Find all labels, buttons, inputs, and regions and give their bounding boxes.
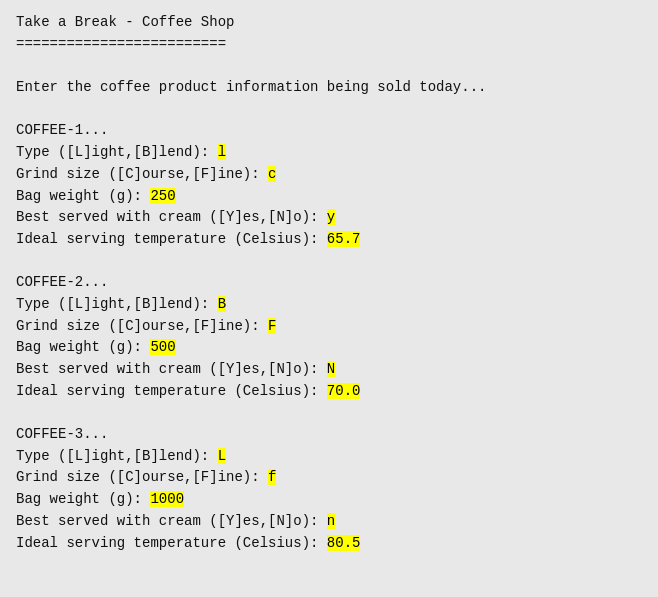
coffee-3-line-4: Best served with cream ([Y]es,[N]o): n: [16, 511, 642, 533]
coffee-2-prompt-1: Type ([L]ight,[B]lend):: [16, 296, 218, 312]
coffee-1-line-4: Best served with cream ([Y]es,[N]o): y: [16, 207, 642, 229]
coffee-2-line-1: Type ([L]ight,[B]lend): B: [16, 294, 642, 316]
coffee-2-line-4: Best served with cream ([Y]es,[N]o): N: [16, 359, 642, 381]
coffee-3-prompt-4: Best served with cream ([Y]es,[N]o):: [16, 513, 327, 529]
blank-after-coffee-1: [16, 251, 642, 273]
blank-line-1: [16, 55, 642, 77]
coffee-3-line-3: Bag weight (g): 1000: [16, 489, 642, 511]
coffee-2-prompt-3: Bag weight (g):: [16, 339, 150, 355]
separator-line: =========================: [16, 34, 642, 56]
coffee-1-prompt-5: Ideal serving temperature (Celsius):: [16, 231, 327, 247]
coffee-1-value-1: l: [218, 144, 226, 160]
coffee-1-value-5: 65.7: [327, 231, 361, 247]
coffee-2-prompt-4: Best served with cream ([Y]es,[N]o):: [16, 361, 327, 377]
coffee-3-line-0: COFFEE-3...: [16, 424, 642, 446]
coffee-3-value-2: f: [268, 469, 276, 485]
blank-after-coffee-2: [16, 402, 642, 424]
coffee-1-line-5: Ideal serving temperature (Celsius): 65.…: [16, 229, 642, 251]
coffee-3-prompt-5: Ideal serving temperature (Celsius):: [16, 535, 327, 551]
coffee-2-line-3: Bag weight (g): 500: [16, 337, 642, 359]
coffee-block-1: COFFEE-1...Type ([L]ight,[B]lend): lGrin…: [16, 120, 642, 272]
coffee-1-prompt-1: Type ([L]ight,[B]lend):: [16, 144, 218, 160]
coffee-1-value-4: y: [327, 209, 335, 225]
coffee-3-line-2: Grind size ([C]ourse,[F]ine): f: [16, 467, 642, 489]
coffee-3-prompt-2: Grind size ([C]ourse,[F]ine):: [16, 469, 268, 485]
coffee-1-line-3: Bag weight (g): 250: [16, 186, 642, 208]
blank-line-2: [16, 99, 642, 121]
coffees-container: COFFEE-1...Type ([L]ight,[B]lend): lGrin…: [16, 120, 642, 575]
coffee-3-value-1: L: [218, 448, 226, 464]
coffee-1-line-2: Grind size ([C]ourse,[F]ine): c: [16, 164, 642, 186]
coffee-1-value-3: 250: [150, 188, 175, 204]
coffee-1-prompt-4: Best served with cream ([Y]es,[N]o):: [16, 209, 327, 225]
coffee-3-prompt-1: Type ([L]ight,[B]lend):: [16, 448, 218, 464]
coffee-3-line-5: Ideal serving temperature (Celsius): 80.…: [16, 533, 642, 555]
coffee-2-prompt-5: Ideal serving temperature (Celsius):: [16, 383, 327, 399]
coffee-2-value-5: 70.0: [327, 383, 361, 399]
coffee-block-3: COFFEE-3...Type ([L]ight,[B]lend): LGrin…: [16, 424, 642, 576]
coffee-2-value-2: F: [268, 318, 276, 334]
coffee-2-value-4: N: [327, 361, 335, 377]
terminal-output: Take a Break - Coffee Shop =============…: [16, 12, 642, 120]
coffee-2-line-2: Grind size ([C]ourse,[F]ine): F: [16, 316, 642, 338]
coffee-1-line-1: Type ([L]ight,[B]lend): l: [16, 142, 642, 164]
coffee-2-prompt-2: Grind size ([C]ourse,[F]ine):: [16, 318, 268, 334]
coffee-3-line-1: Type ([L]ight,[B]lend): L: [16, 446, 642, 468]
coffee-2-value-3: 500: [150, 339, 175, 355]
coffee-1-value-2: c: [268, 166, 276, 182]
coffee-1-prompt-3: Bag weight (g):: [16, 188, 150, 204]
blank-after-coffee-3: [16, 554, 642, 576]
coffee-3-value-4: n: [327, 513, 335, 529]
coffee-2-line-0: COFFEE-2...: [16, 272, 642, 294]
title-line: Take a Break - Coffee Shop: [16, 12, 642, 34]
prompt-line: Enter the coffee product information bei…: [16, 77, 642, 99]
coffee-1-line-0: COFFEE-1...: [16, 120, 642, 142]
coffee-block-2: COFFEE-2...Type ([L]ight,[B]lend): BGrin…: [16, 272, 642, 424]
coffee-3-value-3: 1000: [150, 491, 184, 507]
coffee-2-value-1: B: [218, 296, 226, 312]
coffee-3-prompt-3: Bag weight (g):: [16, 491, 150, 507]
coffee-1-prompt-2: Grind size ([C]ourse,[F]ine):: [16, 166, 268, 182]
coffee-3-value-5: 80.5: [327, 535, 361, 551]
coffee-2-line-5: Ideal serving temperature (Celsius): 70.…: [16, 381, 642, 403]
